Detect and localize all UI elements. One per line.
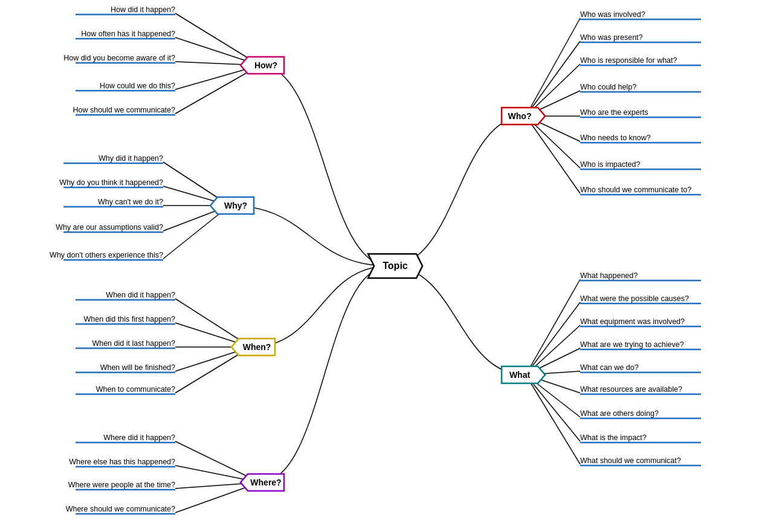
svg-text:When will be finished?: When will be finished?: [100, 363, 175, 372]
svg-text:Where did it happen?: Where did it happen?: [103, 433, 175, 442]
svg-text:What can we do?: What can we do?: [580, 363, 639, 372]
svg-text:When to communicate?: When to communicate?: [96, 385, 175, 394]
svg-line-16: [526, 18, 580, 116]
svg-text:Why did it happen?: Why did it happen?: [99, 154, 163, 163]
svg-text:What should we communicat?: What should we communicat?: [580, 456, 681, 465]
svg-text:How should we communicate?: How should we communicate?: [73, 106, 175, 114]
mindmap-svg: How did it happen?How often has it happe…: [0, 0, 779, 532]
svg-text:Where?: Where?: [250, 478, 281, 487]
svg-text:What happened?: What happened?: [580, 271, 638, 280]
svg-text:How did you become aware of it: How did you become aware of it?: [63, 54, 175, 62]
svg-text:Why are our assumptions valid?: Why are our assumptions valid?: [56, 223, 163, 232]
svg-text:How could we do this?: How could we do this?: [100, 82, 175, 90]
svg-text:Why do you think it happened?: Why do you think it happened?: [59, 178, 163, 187]
svg-line-8: [526, 279, 580, 375]
svg-text:What equipment was involved?: What equipment was involved?: [580, 317, 685, 326]
svg-text:What: What: [509, 370, 531, 380]
svg-text:How did it happen?: How did it happen?: [111, 5, 175, 14]
svg-text:Who was present?: Who was present?: [580, 33, 643, 42]
svg-text:How?: How?: [254, 60, 277, 70]
svg-text:How often has it happened?: How often has it happened?: [81, 30, 175, 38]
svg-text:What are others doing?: What are others doing?: [580, 409, 659, 418]
svg-text:Who are the experts: Who are the experts: [580, 108, 648, 117]
svg-text:Where else has this happened?: Where else has this happened?: [69, 458, 175, 466]
svg-text:What were the possible causes?: What were the possible causes?: [580, 294, 689, 303]
svg-text:What resources are available?: What resources are available?: [580, 385, 682, 394]
svg-text:When?: When?: [243, 342, 271, 352]
svg-text:When did this first happen?: When did this first happen?: [84, 315, 176, 323]
svg-text:Topic: Topic: [383, 261, 408, 271]
svg-text:What is the impact?: What is the impact?: [580, 433, 647, 442]
svg-text:Who could help?: Who could help?: [580, 83, 636, 91]
svg-text:When did it happen?: When did it happen?: [106, 291, 175, 299]
svg-text:Why?: Why?: [224, 201, 247, 210]
svg-text:When did it last happen?: When did it last happen?: [92, 339, 175, 348]
svg-text:Who was involved?: Who was involved?: [580, 10, 645, 19]
svg-text:Who is responsible for what?: Who is responsible for what?: [580, 56, 677, 65]
svg-text:Who should we communicate to?: Who should we communicate to?: [580, 186, 691, 194]
svg-line-15: [526, 41, 580, 116]
svg-text:Who?: Who?: [508, 111, 532, 121]
svg-text:What are we trying to achieve?: What are we trying to achieve?: [580, 340, 684, 349]
svg-line-1: [526, 375, 580, 441]
svg-line-9: [526, 116, 580, 193]
svg-text:Who needs to know?: Who needs to know?: [580, 134, 651, 142]
svg-line-0: [526, 375, 580, 464]
mindmap-container: How did it happen?How often has it happe…: [0, 0, 779, 532]
svg-text:Why can't we do it?: Why can't we do it?: [98, 198, 163, 206]
svg-text:Why don't others experience th: Why don't others experience this?: [50, 251, 163, 259]
svg-text:Where should we communicate?: Where should we communicate?: [66, 505, 175, 513]
svg-text:Where were people at the time?: Where were people at the time?: [68, 481, 175, 489]
svg-line-7: [526, 302, 580, 375]
svg-text:Who is impacted?: Who is impacted?: [580, 160, 640, 169]
